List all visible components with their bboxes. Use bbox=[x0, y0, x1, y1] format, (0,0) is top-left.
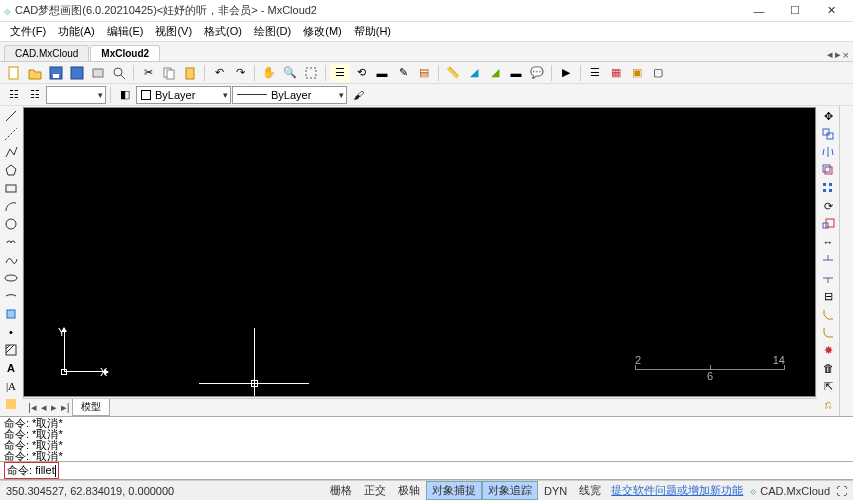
cmd-input[interactable]: fillet bbox=[35, 464, 55, 476]
image-icon[interactable]: ▣ bbox=[627, 64, 647, 82]
polar-toggle[interactable]: 极轴 bbox=[392, 481, 426, 500]
layer-mgr-icon[interactable]: ☷ bbox=[4, 86, 24, 104]
polyline-icon[interactable] bbox=[2, 144, 20, 160]
line-style-icon[interactable]: ▬ bbox=[372, 64, 392, 82]
tab-nav-left-icon[interactable]: ◂ bbox=[827, 48, 833, 61]
menu-help[interactable]: 帮助(H) bbox=[348, 22, 397, 41]
doc-tab-2[interactable]: MxCloud2 bbox=[90, 45, 160, 61]
tab-close-icon[interactable]: × bbox=[843, 49, 849, 61]
trim-icon[interactable] bbox=[819, 252, 837, 268]
redo-icon[interactable]: ↷ bbox=[230, 64, 250, 82]
minimize-button[interactable]: — bbox=[741, 0, 777, 22]
otrack-toggle[interactable]: 对象追踪 bbox=[482, 481, 538, 500]
saveas-icon[interactable] bbox=[67, 64, 87, 82]
zoom-window-icon[interactable] bbox=[301, 64, 321, 82]
script-icon[interactable]: ▶ bbox=[556, 64, 576, 82]
erase-icon[interactable]: ✎ bbox=[393, 64, 413, 82]
measure-icon[interactable]: 📏 bbox=[443, 64, 463, 82]
regen-icon[interactable]: ⟲ bbox=[351, 64, 371, 82]
fullscreen-icon[interactable]: ⛶ bbox=[836, 485, 847, 497]
command-line[interactable]: 命令: fillet bbox=[0, 462, 853, 480]
block-icon[interactable]: ▢ bbox=[648, 64, 668, 82]
copy-obj-icon[interactable] bbox=[819, 126, 837, 142]
tab-next-icon[interactable]: ▸ bbox=[49, 401, 59, 414]
stretch-icon[interactable]: ↔ bbox=[819, 234, 837, 250]
color-dropdown[interactable]: ByLayer bbox=[136, 86, 231, 104]
tab-first-icon[interactable]: |◂ bbox=[26, 401, 39, 414]
hatch-icon[interactable] bbox=[2, 342, 20, 358]
array-icon[interactable] bbox=[819, 180, 837, 196]
menu-edit[interactable]: 编辑(E) bbox=[101, 22, 150, 41]
text-icon[interactable]: |A bbox=[2, 378, 20, 394]
open-icon[interactable] bbox=[25, 64, 45, 82]
circle-icon[interactable] bbox=[2, 216, 20, 232]
dyn-toggle[interactable]: DYN bbox=[538, 483, 573, 499]
properties-icon[interactable]: ▤ bbox=[414, 64, 434, 82]
save-icon[interactable] bbox=[46, 64, 66, 82]
align-icon[interactable]: ⇱ bbox=[819, 378, 837, 394]
paste-icon[interactable] bbox=[180, 64, 200, 82]
grid-toggle[interactable]: 栅格 bbox=[324, 481, 358, 500]
print-icon[interactable] bbox=[88, 64, 108, 82]
insert-block-icon[interactable] bbox=[2, 306, 20, 322]
copy-icon[interactable] bbox=[159, 64, 179, 82]
comment-icon[interactable]: 💬 bbox=[527, 64, 547, 82]
zoom-realtime-icon[interactable]: 🔍 bbox=[280, 64, 300, 82]
point-icon[interactable]: • bbox=[2, 324, 20, 340]
command-history[interactable]: 命令: *取消* 命令: *取消* 命令: *取消* 命令: *取消* bbox=[0, 416, 853, 462]
spline-icon[interactable] bbox=[2, 252, 20, 268]
coordinates[interactable]: 350.304527, 62.834019, 0.000000 bbox=[6, 485, 174, 497]
break-icon[interactable]: ⊟ bbox=[819, 288, 837, 304]
feedback-link[interactable]: 提交软件问题或增加新功能 bbox=[607, 483, 747, 498]
color-1-icon[interactable]: ◢ bbox=[464, 64, 484, 82]
arc-icon[interactable] bbox=[2, 198, 20, 214]
region-icon[interactable] bbox=[2, 396, 20, 412]
ellipse-arc-icon[interactable] bbox=[2, 288, 20, 304]
mirror-icon[interactable] bbox=[819, 144, 837, 160]
tab-prev-icon[interactable]: ◂ bbox=[39, 401, 49, 414]
mtext-icon[interactable]: A bbox=[2, 360, 20, 376]
cut-icon[interactable]: ✂ bbox=[138, 64, 158, 82]
menu-modify[interactable]: 修改(M) bbox=[297, 22, 348, 41]
menu-file[interactable]: 文件(F) bbox=[4, 22, 52, 41]
table-icon[interactable]: ▦ bbox=[606, 64, 626, 82]
join-icon[interactable]: ⎌ bbox=[819, 396, 837, 412]
tab-last-icon[interactable]: ▸| bbox=[59, 401, 72, 414]
ellipse-icon[interactable] bbox=[2, 270, 20, 286]
linetype-dropdown[interactable]: ByLayer bbox=[232, 86, 347, 104]
find-icon[interactable] bbox=[109, 64, 129, 82]
line-icon[interactable] bbox=[2, 108, 20, 124]
undo-icon[interactable]: ↶ bbox=[209, 64, 229, 82]
osnap-toggle[interactable]: 对象捕捉 bbox=[426, 481, 482, 500]
extend-icon[interactable] bbox=[819, 270, 837, 286]
color-2-icon[interactable]: ◢ bbox=[485, 64, 505, 82]
layer-icon[interactable]: ☰ bbox=[330, 64, 350, 82]
scrollbar-vertical[interactable] bbox=[839, 106, 853, 416]
construction-line-icon[interactable] bbox=[2, 126, 20, 142]
new-icon[interactable] bbox=[4, 64, 24, 82]
rotate-icon[interactable]: ⟳ bbox=[819, 198, 837, 214]
menu-view[interactable]: 视图(V) bbox=[149, 22, 198, 41]
move-icon[interactable]: ✥ bbox=[819, 108, 837, 124]
layer-dropdown[interactable] bbox=[46, 86, 106, 104]
model-tab[interactable]: 模型 bbox=[72, 399, 110, 416]
lwt-toggle[interactable]: 线宽 bbox=[573, 481, 607, 500]
layer-manage-icon[interactable]: ☰ bbox=[585, 64, 605, 82]
layer-state-icon[interactable]: ◧ bbox=[115, 86, 135, 104]
tab-nav-right-icon[interactable]: ▸ bbox=[835, 48, 841, 61]
menu-function[interactable]: 功能(A) bbox=[52, 22, 101, 41]
explode-icon[interactable]: ✸ bbox=[819, 342, 837, 358]
erase-obj-icon[interactable]: 🗑 bbox=[819, 360, 837, 376]
scale-icon[interactable] bbox=[819, 216, 837, 232]
fillet-icon[interactable] bbox=[819, 324, 837, 340]
chamfer-icon[interactable] bbox=[819, 306, 837, 322]
layer-off-icon[interactable]: ☷ bbox=[25, 86, 45, 104]
menu-format[interactable]: 格式(O) bbox=[198, 22, 248, 41]
menu-draw[interactable]: 绘图(D) bbox=[248, 22, 297, 41]
brush-icon[interactable]: 🖌 bbox=[348, 86, 368, 104]
doc-tab-1[interactable]: CAD.MxCloud bbox=[4, 45, 89, 61]
pan-icon[interactable]: ✋ bbox=[259, 64, 279, 82]
offset-icon[interactable] bbox=[819, 162, 837, 178]
dim-icon[interactable]: ▬ bbox=[506, 64, 526, 82]
rectangle-icon[interactable] bbox=[2, 180, 20, 196]
